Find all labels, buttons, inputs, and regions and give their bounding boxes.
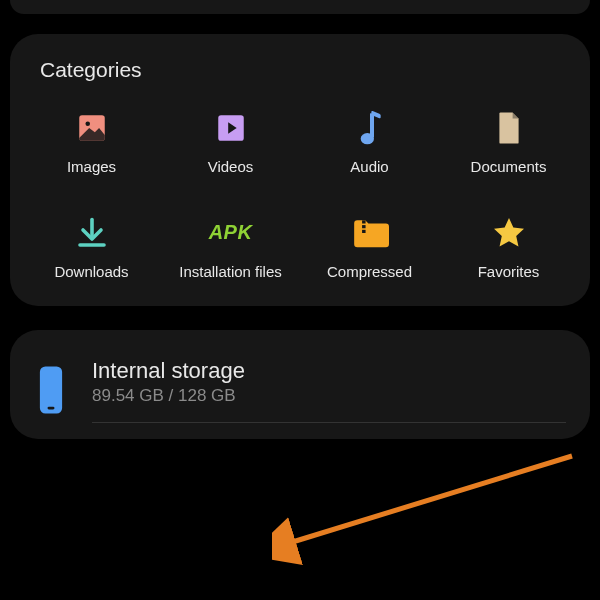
- svg-rect-9: [362, 230, 365, 233]
- category-favorites[interactable]: Favorites: [439, 213, 578, 282]
- category-label: Videos: [208, 158, 254, 177]
- downloads-icon: [72, 213, 112, 253]
- svg-rect-10: [40, 366, 62, 413]
- categories-title: Categories: [22, 58, 578, 82]
- category-images[interactable]: Images: [22, 108, 161, 177]
- category-videos[interactable]: Videos: [161, 108, 300, 177]
- compressed-icon: [350, 213, 390, 253]
- images-icon: [72, 108, 112, 148]
- svg-line-12: [286, 456, 572, 544]
- categories-grid: Images Videos Audio: [22, 108, 578, 282]
- previous-card-edge: [10, 0, 590, 14]
- storage-info: Internal storage 89.54 GB / 128 GB: [92, 358, 566, 423]
- svg-rect-3: [370, 113, 374, 137]
- svg-point-4: [360, 133, 373, 144]
- internal-storage-card[interactable]: Internal storage 89.54 GB / 128 GB: [10, 330, 590, 439]
- favorites-icon: [489, 213, 529, 253]
- category-label: Installation files: [179, 263, 282, 282]
- category-label: Images: [67, 158, 116, 177]
- category-installation-files[interactable]: APK Installation files: [161, 213, 300, 282]
- category-label: Favorites: [478, 263, 540, 282]
- category-downloads[interactable]: Downloads: [22, 213, 161, 282]
- category-label: Documents: [471, 158, 547, 177]
- category-label: Compressed: [327, 263, 412, 282]
- apk-icon: APK: [211, 213, 251, 253]
- category-audio[interactable]: Audio: [300, 108, 439, 177]
- svg-rect-11: [48, 407, 55, 410]
- category-documents[interactable]: Documents: [439, 108, 578, 177]
- category-label: Downloads: [54, 263, 128, 282]
- svg-rect-7: [362, 220, 365, 223]
- documents-icon: [489, 108, 529, 148]
- svg-rect-8: [362, 225, 365, 228]
- audio-icon: [350, 108, 390, 148]
- svg-point-1: [85, 121, 90, 126]
- videos-icon: [211, 108, 251, 148]
- category-compressed[interactable]: Compressed: [300, 213, 439, 282]
- annotation-arrow: [272, 446, 582, 566]
- device-icon: [34, 365, 68, 415]
- categories-card: Categories Images Videos: [10, 34, 590, 306]
- storage-usage: 89.54 GB / 128 GB: [92, 386, 566, 406]
- storage-title: Internal storage: [92, 358, 566, 384]
- category-label: Audio: [350, 158, 388, 177]
